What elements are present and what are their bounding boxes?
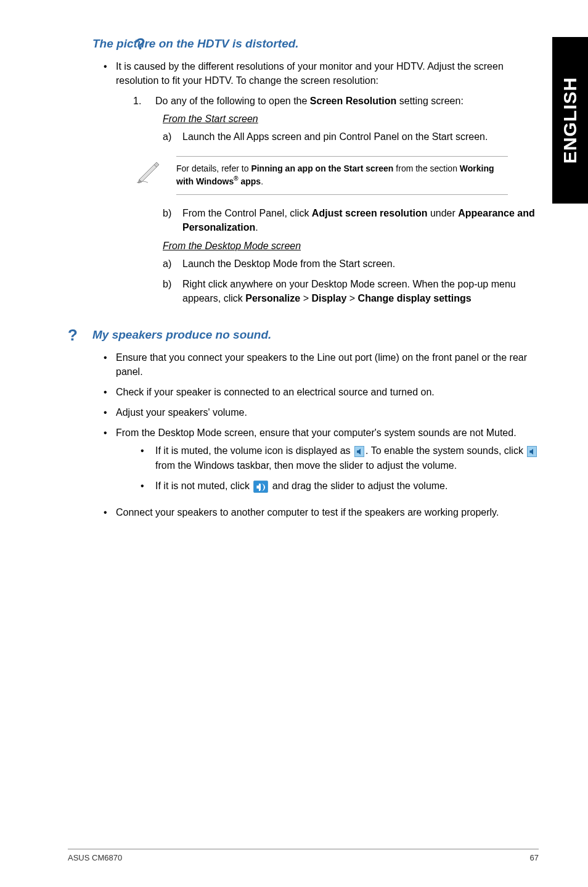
- bullet-dot: •: [104, 385, 116, 399]
- text: .: [261, 176, 263, 186]
- text: If it is not muted, click: [155, 481, 252, 491]
- step-text: Do any of the following to open the Scre…: [155, 94, 539, 108]
- lettered-step-a2: a) Launch the Desktop Mode from the Star…: [163, 257, 539, 271]
- step-text: Right click anywhere on your Desktop Mod…: [182, 277, 539, 305]
- bullet-item: •Adjust your speakers' volume.: [104, 405, 539, 419]
- text: . To enable the system sounds, click: [365, 445, 526, 456]
- bullet-text: Check if your speaker is connected to an…: [116, 385, 539, 399]
- sub-bullet-item: • If it is muted, the volume icon is dis…: [141, 444, 539, 472]
- bullet-text: Adjust your speakers' volume.: [116, 405, 539, 419]
- footer-product: ASUS CM6870: [68, 853, 122, 862]
- text-bold: Screen Resolution: [310, 96, 396, 106]
- lettered-step-b2: b) Right click anywhere on your Desktop …: [163, 277, 539, 305]
- text: from the Windows taskbar, then move the …: [155, 460, 457, 471]
- text: .: [255, 222, 258, 233]
- separator: >: [300, 293, 311, 303]
- note-box: For details, refer to Pinning an app on …: [136, 156, 508, 195]
- bullet-item: •Check if your speaker is connected to a…: [104, 385, 539, 399]
- bullet-dot: •: [104, 350, 116, 379]
- note-content: For details, refer to Pinning an app on …: [176, 156, 508, 195]
- step-letter: b): [163, 206, 182, 234]
- bullet-item: •Connect your speakers to another comput…: [104, 505, 539, 519]
- faq-heading-speakers: My speakers produce no sound.: [92, 328, 539, 342]
- text-bold: apps: [239, 176, 261, 186]
- bullet-dot: •: [141, 444, 155, 472]
- text-bold: Adjust screen resolution: [312, 208, 428, 218]
- text: from the section: [393, 163, 459, 173]
- volume-icon: [253, 481, 268, 493]
- step-text: From the Control Panel, click Adjust scr…: [182, 206, 539, 234]
- question-mark-icon: ?: [136, 35, 145, 54]
- step-text: Launch the Desktop Mode from the Start s…: [182, 257, 539, 271]
- bullet-text: Ensure that you connect your speakers to…: [116, 350, 539, 379]
- text: under: [427, 208, 458, 218]
- lettered-step-a: a) Launch the All Apps screen and pin Co…: [163, 130, 539, 144]
- separator: >: [346, 293, 357, 303]
- subheading-from-desktop: From the Desktop Mode screen: [163, 241, 539, 252]
- language-label: ENGLISH: [560, 77, 581, 163]
- bullet-dot: •: [104, 426, 116, 499]
- text: From the Desktop Mode screen, ensure tha…: [116, 427, 517, 438]
- pen-note-icon: [136, 156, 163, 183]
- bullet-dot: •: [104, 405, 116, 419]
- volume-muted-icon: [527, 446, 537, 457]
- sub-bullet-item: • If it is not muted, click and drag the…: [141, 479, 539, 493]
- bullet-dot: •: [104, 59, 116, 88]
- page-footer: ASUS CM6870 67: [68, 849, 539, 862]
- bullet-text: If it is not muted, click and drag the s…: [155, 479, 539, 493]
- text: For details, refer to: [176, 163, 251, 173]
- bullet-dot: •: [104, 505, 116, 519]
- volume-muted-icon: [354, 446, 364, 457]
- text: From the Control Panel, click: [182, 208, 312, 218]
- numbered-step-1: 1. Do any of the following to open the S…: [133, 94, 539, 108]
- bullet-text: Connect your speakers to another compute…: [116, 505, 539, 519]
- step-letter: a): [163, 257, 182, 271]
- step-letter: b): [163, 277, 182, 305]
- lettered-step-b: b) From the Control Panel, click Adjust …: [163, 206, 539, 234]
- step-number: 1.: [133, 94, 155, 108]
- step-letter: a): [163, 130, 182, 144]
- bullet-text: From the Desktop Mode screen, ensure tha…: [116, 426, 539, 499]
- bullet-item: • From the Desktop Mode screen, ensure t…: [104, 426, 539, 499]
- subheading-from-start: From the Start screen: [163, 113, 539, 125]
- bullet-dot: •: [141, 479, 155, 493]
- step-text: Launch the All Apps screen and pin Contr…: [182, 130, 539, 144]
- bullet-text: It is caused by the different resolution…: [116, 59, 539, 88]
- text-bold: Pinning an app on the Start screen: [251, 163, 393, 173]
- bullet-intro: • It is caused by the different resoluti…: [104, 59, 539, 88]
- bullet-item: •Ensure that you connect your speakers t…: [104, 350, 539, 379]
- bullet-text: If it is muted, the volume icon is displ…: [155, 444, 539, 472]
- question-mark-icon: ?: [68, 326, 78, 345]
- text: If it is muted, the volume icon is displ…: [155, 445, 353, 456]
- text-bold: Change display settings: [358, 293, 472, 303]
- footer-page-number: 67: [530, 853, 539, 862]
- text-bold: Display: [311, 293, 346, 303]
- text: and drag the slider to adjust the volume…: [269, 481, 447, 491]
- text: setting screen:: [396, 96, 463, 106]
- registered-symbol: ®: [234, 175, 238, 182]
- text-bold: Personalize: [245, 293, 300, 303]
- faq-heading-hdtv: The picture on the HDTV is distorted.: [92, 37, 539, 51]
- language-tab: ENGLISH: [552, 37, 588, 204]
- text: Do any of the following to open the: [155, 96, 310, 106]
